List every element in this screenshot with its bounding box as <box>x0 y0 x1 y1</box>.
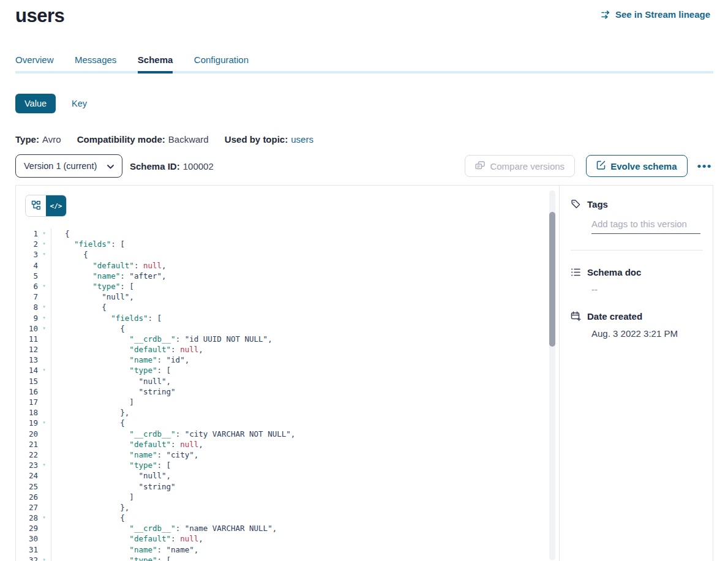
line-number: 13 <box>16 355 38 365</box>
version-select[interactable]: Version 1 (current) <box>15 154 122 178</box>
code-gutter: 20 <box>16 429 51 439</box>
tab-messages[interactable]: Messages <box>75 55 116 73</box>
fold-arrow-icon[interactable]: ▾ <box>38 365 50 375</box>
schema-doc-heading: Schema doc <box>587 267 641 277</box>
line-number: 22 <box>16 450 38 460</box>
used-by-topic: Used by topic:users <box>225 134 313 145</box>
schema-id: Schema ID:100002 <box>130 161 214 171</box>
fold-spacer <box>38 334 50 344</box>
code-gutter: 13 <box>16 355 51 365</box>
code-line: 1▾{ <box>16 228 548 239</box>
compare-versions-icon <box>475 161 485 171</box>
fold-arrow-icon[interactable]: ▾ <box>38 313 50 323</box>
code-line: 14▾ "type": [ <box>16 365 548 375</box>
fold-arrow-icon[interactable]: ▾ <box>38 323 50 334</box>
code-text: "name": "after", <box>51 271 167 281</box>
compare-versions-button[interactable]: Compare versions <box>465 155 575 177</box>
fold-spacer <box>38 397 50 407</box>
schema-detail-panel: </> 1▾{2▾ "fields": [3▾ {4 "default": nu… <box>15 185 713 561</box>
tree-view-icon <box>31 200 41 212</box>
fold-arrow-icon[interactable]: ▾ <box>38 460 50 470</box>
code-line: 28▾ { <box>16 513 548 523</box>
code-gutter: 31 <box>16 544 51 555</box>
line-number: 27 <box>16 502 38 513</box>
fold-arrow-icon[interactable]: ▾ <box>38 555 50 561</box>
line-number: 14 <box>16 365 38 375</box>
code-line: 31 "name": "name", <box>16 544 548 555</box>
tab-underline-track <box>15 71 713 73</box>
fold-arrow-icon[interactable]: ▾ <box>38 281 50 292</box>
code-gutter: 1▾ <box>16 228 51 239</box>
fold-spacer <box>38 492 50 502</box>
code-gutter: 21 <box>16 439 51 450</box>
line-number: 18 <box>16 407 38 418</box>
tags-section-header: Tags <box>571 199 703 209</box>
value-toggle-button[interactable]: Value <box>15 94 56 113</box>
code-gutter: 22 <box>16 450 51 460</box>
code-gutter: 9▾ <box>16 313 51 323</box>
code-line: 30 "default": null, <box>16 533 548 544</box>
code-text: "type": [ <box>51 460 171 470</box>
code-view-button[interactable]: </> <box>46 195 66 216</box>
code-text: "type": [ <box>51 555 171 561</box>
code-line: 20 "__crdb__": "city VARCHAR NOT NULL", <box>16 429 548 439</box>
fold-arrow-icon[interactable]: ▾ <box>38 513 50 523</box>
date-created-section: Date created Aug. 3 2022 3:21 PM <box>571 311 703 339</box>
date-created-heading: Date created <box>587 311 642 322</box>
stream-lineage-link[interactable]: See in Stream lineage <box>601 9 710 20</box>
fold-spacer <box>38 386 50 397</box>
fold-spacer <box>38 271 50 281</box>
line-number: 23 <box>16 460 38 470</box>
editor-scrollbar-track[interactable] <box>549 190 555 560</box>
schema-meta: Type:Avro Compatibility mode:Backward Us… <box>15 134 327 145</box>
tab-overview[interactable]: Overview <box>15 55 54 73</box>
code-line: 11 "__crdb__": "id UUID NOT NULL", <box>16 334 548 344</box>
code-gutter: 30 <box>16 533 51 544</box>
tab-configuration[interactable]: Configuration <box>194 55 249 73</box>
more-actions-button[interactable]: ••• <box>696 158 713 175</box>
code-line: 29 "__crdb__": "name VARCHAR NULL", <box>16 523 548 533</box>
code-gutter: 12 <box>16 344 51 355</box>
code-text: { <box>51 418 125 428</box>
add-tags-input[interactable] <box>591 219 700 234</box>
code-text: "name": "id", <box>51 355 189 365</box>
code-text: ] <box>51 492 134 502</box>
fold-spacer <box>38 260 50 271</box>
topic-link[interactable]: users <box>291 134 313 145</box>
code-text: { <box>51 302 107 312</box>
code-line: 3▾ { <box>16 249 548 260</box>
fold-spacer <box>38 355 50 365</box>
line-number: 19 <box>16 418 38 428</box>
tab-schema[interactable]: Schema <box>138 55 173 73</box>
line-number: 5 <box>16 271 38 281</box>
version-toolbar: Version 1 (current) Schema ID:100002 Com… <box>15 154 713 178</box>
tree-view-button[interactable] <box>26 195 46 216</box>
line-number: 4 <box>16 260 38 271</box>
code-gutter: 7 <box>16 292 51 302</box>
code-text: "string" <box>51 386 176 397</box>
code-text: { <box>51 228 70 239</box>
code-gutter: 16 <box>16 386 51 397</box>
fold-arrow-icon[interactable]: ▾ <box>38 302 50 312</box>
editor-scrollbar-thumb[interactable] <box>549 212 555 347</box>
code-gutter: 5 <box>16 271 51 281</box>
line-number: 17 <box>16 397 38 407</box>
evolve-schema-button[interactable]: Evolve schema <box>586 155 687 177</box>
code-gutter: 28▾ <box>16 513 51 523</box>
code-gutter: 14▾ <box>16 365 51 375</box>
schema-info-sidebar: Tags Schema doc -- <box>560 186 713 561</box>
fold-arrow-icon[interactable]: ▾ <box>38 249 50 260</box>
fold-arrow-icon[interactable]: ▾ <box>38 228 50 239</box>
fold-arrow-icon[interactable]: ▾ <box>38 418 50 428</box>
key-toggle-button[interactable]: Key <box>72 99 87 108</box>
fold-arrow-icon[interactable]: ▾ <box>38 239 50 249</box>
tags-heading: Tags <box>587 199 608 209</box>
code-view-icon: </> <box>50 202 62 210</box>
line-number: 32 <box>16 555 38 561</box>
code-gutter: 6▾ <box>16 281 51 292</box>
code-text: "default": null, <box>51 260 167 271</box>
code-gutter: 24 <box>16 470 51 481</box>
line-number: 7 <box>16 292 38 302</box>
code-line: 25 "string" <box>16 481 548 492</box>
code-line: 22 "name": "city", <box>16 450 548 460</box>
